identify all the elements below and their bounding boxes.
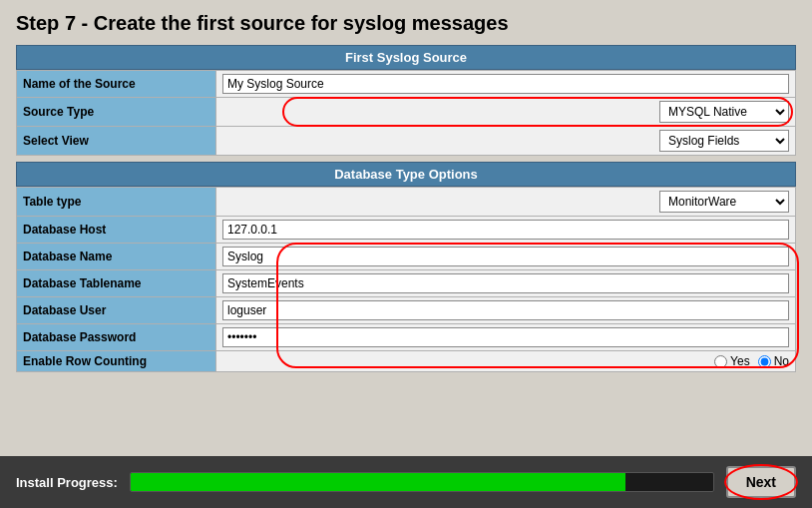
name-of-source-row: Name of the Source [17, 71, 796, 98]
enable-row-counting-cell: Yes No [216, 351, 796, 372]
db-name-input[interactable] [222, 247, 789, 266]
select-view-cell: Syslog Fields Other [216, 127, 796, 156]
table-type-label: Table type [17, 188, 216, 217]
table-type-row: Table type MonitorWare Other [17, 188, 796, 217]
db-user-input[interactable] [222, 300, 789, 320]
name-of-source-input[interactable] [222, 74, 789, 94]
db-password-input[interactable] [222, 327, 789, 347]
db-tablename-input[interactable] [222, 273, 789, 293]
table-type-cell: MonitorWare Other [216, 188, 796, 217]
db-user-label: Database User [17, 297, 216, 324]
db-password-label: Database Password [17, 324, 216, 351]
no-radio-label[interactable]: No [758, 354, 789, 368]
select-view-select[interactable]: Syslog Fields Other [659, 130, 789, 152]
yes-radio[interactable] [714, 355, 727, 368]
name-of-source-cell [216, 71, 796, 98]
next-button[interactable]: Next [726, 466, 796, 498]
db-name-label: Database Name [17, 244, 216, 270]
db-host-row: Database Host [17, 217, 796, 244]
table-type-select[interactable]: MonitorWare Other [659, 191, 789, 213]
db-user-row: Database User [17, 297, 796, 324]
first-syslog-source-header: First Syslog Source [16, 45, 796, 70]
db-name-cell [216, 244, 796, 270]
bottom-bar: Install Progress: Next [0, 456, 812, 508]
source-type-select[interactable]: MYSQL Native Other [659, 101, 789, 123]
source-type-cell: MYSQL Native Other [216, 98, 796, 127]
install-progress-label: Install Progress: [16, 475, 118, 490]
db-tablename-cell [216, 270, 796, 297]
progress-bar-fill [131, 473, 625, 491]
progress-bar-background [130, 472, 714, 492]
enable-row-counting-label: Enable Row Counting [17, 351, 216, 372]
name-of-source-label: Name of the Source [17, 71, 216, 98]
db-type-options-header: Database Type Options [16, 162, 796, 187]
db-tablename-row: Database Tablename [17, 270, 796, 297]
source-type-row: Source Type MYSQL Native Other [17, 98, 796, 127]
source-type-label: Source Type [17, 98, 216, 127]
db-password-row: Database Password [17, 324, 796, 351]
db-name-row: Database Name [17, 244, 796, 270]
no-radio[interactable] [758, 355, 771, 368]
db-user-cell [216, 297, 796, 324]
db-host-label: Database Host [17, 217, 216, 244]
page-title: Step 7 - Create the first source for sys… [0, 0, 812, 45]
enable-row-counting-row: Enable Row Counting Yes No [17, 351, 796, 372]
db-password-cell [216, 324, 796, 351]
select-view-row: Select View Syslog Fields Other [17, 127, 796, 156]
db-host-input[interactable] [222, 220, 789, 240]
db-tablename-label: Database Tablename [17, 270, 216, 297]
yes-radio-label[interactable]: Yes [714, 354, 750, 368]
db-host-cell [216, 217, 796, 244]
select-view-label: Select View [17, 127, 216, 156]
